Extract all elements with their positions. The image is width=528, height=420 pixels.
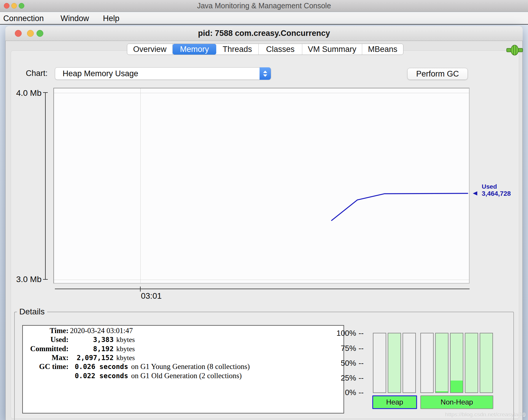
chart-select[interactable]: Heap Memory Usage bbox=[55, 67, 271, 80]
y-axis-tick-label-top: 4.0 Mb bbox=[8, 88, 42, 98]
detail-value: 2020-03-24 03:01:47 bbox=[70, 327, 133, 335]
detail-row-gc-young: GC time: 0.026 seconds on G1 Young Gener… bbox=[23, 362, 341, 371]
bar-used-fill bbox=[436, 391, 448, 392]
menu-connection[interactable]: Connection bbox=[3, 14, 44, 23]
screen: Java Monitoring & Management Console Con… bbox=[0, 0, 528, 420]
usage-bar bbox=[388, 333, 401, 393]
inner-window-title: pid: 7588 com.creasy.Concurrency bbox=[198, 29, 330, 38]
detail-unit: kbytes bbox=[116, 335, 135, 344]
detail-suffix: on G1 Young Generation (8 collections) bbox=[131, 362, 250, 371]
detail-label: Committed: bbox=[23, 345, 69, 353]
tab-mbeans[interactable]: MBeans bbox=[362, 44, 403, 55]
detail-value: 0.026 seconds bbox=[75, 362, 128, 371]
usage-bar bbox=[465, 333, 478, 393]
x-axis-tick-label: 03:01 bbox=[133, 291, 169, 301]
usage-bar bbox=[420, 333, 434, 393]
zoom-button[interactable] bbox=[19, 3, 24, 9]
y-axis-tick-bottom bbox=[43, 279, 48, 280]
bar-committed-fill bbox=[436, 333, 448, 392]
bar-committed-fill bbox=[480, 333, 492, 392]
close-button[interactable] bbox=[4, 3, 9, 9]
usage-bar bbox=[450, 333, 463, 393]
detail-label: Used: bbox=[23, 335, 69, 344]
detail-unit: kbytes bbox=[116, 354, 135, 362]
detail-row-committed: Committed: 8,192 kbytes bbox=[23, 345, 341, 353]
menu-window[interactable]: Window bbox=[61, 14, 89, 23]
select-stepper-icon[interactable] bbox=[260, 67, 271, 80]
bar-axis-tick: 25%-- bbox=[323, 374, 364, 382]
menubar: Connection Window Help bbox=[0, 12, 528, 25]
inner-titlebar: pid: 7588 com.creasy.Concurrency bbox=[5, 26, 523, 41]
bar-axis-tick: 75%-- bbox=[323, 344, 364, 352]
usage-bar bbox=[373, 333, 386, 393]
series-end-marker-icon bbox=[473, 191, 477, 195]
tab-classes[interactable]: Classes bbox=[259, 44, 302, 55]
chart-select-value: Heap Memory Usage bbox=[55, 69, 138, 78]
perform-gc-button[interactable]: Perform GC bbox=[407, 68, 468, 80]
usage-bar bbox=[403, 333, 416, 393]
non-heap-button[interactable]: Non-Heap bbox=[420, 395, 493, 409]
watermark-text: https://blog.csdn.net/creasylai19 bbox=[397, 411, 526, 418]
tab-bar: Overview Memory Threads Classes VM Summa… bbox=[127, 44, 403, 55]
usage-bar bbox=[435, 333, 449, 393]
detail-unit: kbytes bbox=[116, 345, 135, 353]
detail-row-time: Time: 2020-03-24 03:01:47 bbox=[23, 327, 341, 335]
minimize-button[interactable] bbox=[11, 3, 17, 9]
menu-help[interactable]: Help bbox=[103, 14, 120, 23]
bar-committed-fill bbox=[388, 333, 400, 392]
chevron-down-icon bbox=[263, 74, 267, 77]
bar-axis-tick: 0%-- bbox=[323, 388, 364, 397]
detail-label: GC time: bbox=[23, 362, 69, 371]
used-series-label: Used 3,464,728 bbox=[482, 183, 511, 197]
tab-vm-summary[interactable]: VM Summary bbox=[302, 44, 362, 55]
detail-row-gc-old: 0.022 seconds on G1 Old Generation (2 co… bbox=[23, 372, 341, 380]
detail-value: 3,383 bbox=[69, 335, 114, 344]
y-axis-line bbox=[45, 93, 46, 279]
tab-overview[interactable]: Overview bbox=[127, 44, 173, 55]
detail-value: 2,097,152 bbox=[69, 354, 114, 362]
x-axis-line bbox=[55, 289, 470, 289]
details-group-label: Details bbox=[17, 307, 47, 316]
tab-threads[interactable]: Threads bbox=[216, 44, 259, 55]
y-axis-tick-top bbox=[43, 92, 48, 93]
inner-minimize-button[interactable] bbox=[27, 30, 34, 37]
heap-button[interactable]: Heap bbox=[372, 395, 417, 409]
used-memory-line bbox=[54, 88, 469, 283]
detail-row-used: Used: 3,383 kbytes bbox=[23, 335, 341, 344]
app-title: Java Monitoring & Management Console bbox=[197, 1, 331, 10]
bar-committed-fill bbox=[465, 333, 478, 392]
usage-bar bbox=[480, 333, 493, 393]
inner-zoom-button[interactable] bbox=[36, 30, 43, 37]
heap-usage-plot bbox=[53, 88, 470, 284]
bar-axis-tick: 50%-- bbox=[323, 359, 364, 367]
detail-suffix: on G1 Old Generation (2 collections) bbox=[131, 372, 242, 380]
detail-row-max: Max: 2,097,152 kbytes bbox=[23, 354, 341, 362]
bar-used-fill bbox=[451, 381, 463, 392]
bar-axis-tick: 100%-- bbox=[323, 329, 364, 337]
tab-memory[interactable]: Memory bbox=[173, 44, 216, 55]
detail-label: Max: bbox=[23, 354, 69, 362]
detail-label: Time: bbox=[23, 327, 69, 335]
detail-value: 8,192 bbox=[69, 345, 114, 353]
outer-titlebar: Java Monitoring & Management Console bbox=[0, 0, 528, 12]
y-axis-tick-label-bottom: 3.0 Mb bbox=[8, 275, 42, 284]
detail-value: 0.022 seconds bbox=[75, 372, 128, 380]
x-axis-tick bbox=[140, 287, 141, 292]
inner-close-button[interactable] bbox=[15, 30, 22, 37]
chart-select-label: Chart: bbox=[26, 69, 48, 78]
green-plug-connected-icon[interactable] bbox=[506, 43, 523, 57]
chevron-up-icon bbox=[263, 71, 267, 73]
